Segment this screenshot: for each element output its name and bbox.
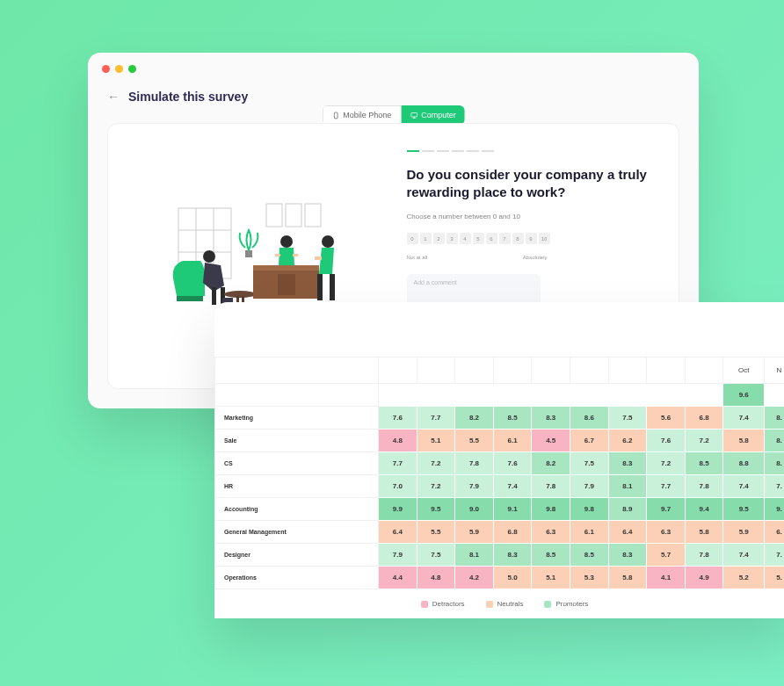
month-header [417, 357, 455, 384]
row-label: HR [215, 475, 379, 498]
scale-button-7[interactable]: 7 [499, 233, 511, 244]
table-row: Accounting9.99.59.09.19.89.88.99.79.49.5… [215, 498, 785, 521]
heatmap-cell: 8. [764, 407, 784, 430]
heatmap-cell: 7.5 [570, 452, 609, 475]
scale-max-label: Absolutely [523, 255, 548, 260]
legend-swatch [486, 601, 493, 608]
month-header: N [764, 357, 784, 384]
mobile-device-button[interactable]: Mobile Phone [322, 105, 401, 125]
heatmap-cell: 8.3 [532, 407, 570, 430]
heatmap-cell: 6.4 [378, 521, 417, 544]
overall-cell [764, 384, 784, 407]
heatmap-cell: 7.9 [570, 475, 609, 498]
overall-cell [570, 384, 609, 407]
overall-cell [532, 384, 570, 407]
heatmap-cell: 8.9 [608, 498, 647, 521]
heatmap-cell: 6.4 [608, 521, 647, 544]
heatmap-cell: 7.8 [685, 544, 723, 567]
heatmap-cell: 5.9 [723, 521, 764, 544]
mobile-icon [331, 112, 339, 119]
heatmap-cell: 5.5 [417, 521, 455, 544]
table-row: Operations4.44.84.25.05.15.35.84.14.95.2… [215, 567, 785, 589]
svg-rect-0 [334, 112, 338, 119]
overall-cell [455, 384, 494, 407]
heatmap-cell: 7.4 [493, 475, 532, 498]
month-header [455, 357, 494, 384]
scale-button-1[interactable]: 1 [420, 233, 432, 244]
close-icon[interactable] [102, 65, 110, 73]
computer-device-button[interactable]: Computer [401, 105, 465, 125]
heatmap-cell: 5.1 [417, 430, 455, 452]
table-row: Designer7.97.58.18.38.58.58.35.77.87.47. [215, 544, 785, 567]
legend-label: Detractors [432, 600, 465, 608]
heatmap-cell: 7. [764, 475, 784, 498]
scale-button-0[interactable]: 0 [407, 233, 418, 244]
heatmap-cell: 8.5 [685, 452, 723, 475]
heatmap-cell: 7.0 [378, 475, 417, 498]
overall-cell [647, 384, 686, 407]
scale-button-10[interactable]: 10 [539, 233, 550, 244]
heatmap-cell: 5.8 [608, 567, 647, 589]
heatmap-cell: 8.6 [570, 407, 609, 430]
heatmap-cell: 9.9 [378, 498, 417, 521]
row-label: Operations [215, 567, 379, 589]
overall-cell [685, 384, 723, 407]
heatmap-cell: 8. [764, 452, 784, 475]
heatmap-cell: 6.3 [647, 521, 686, 544]
heatmap-cell: 4.1 [647, 567, 686, 589]
heatmap-cell: 5. [764, 567, 784, 589]
computer-icon [410, 112, 417, 119]
month-header [608, 357, 647, 384]
month-header [532, 357, 570, 384]
heatmap-cell: 7.8 [685, 475, 723, 498]
heatmap-cell: 7.9 [378, 544, 417, 567]
minimize-icon[interactable] [115, 65, 123, 73]
heatmap-cell: 8.3 [493, 544, 532, 567]
heatmap-cell: 7.7 [647, 475, 686, 498]
back-arrow-icon[interactable]: ← [107, 90, 120, 104]
legend-label: Neutrals [497, 600, 524, 608]
row-label: CS [215, 452, 379, 475]
month-header [378, 357, 417, 384]
heatmap-cell: 8.8 [723, 452, 764, 475]
scale-button-8[interactable]: 8 [512, 233, 524, 244]
heatmap-cell: 6. [764, 521, 784, 544]
heatmap-cell: 9.1 [493, 498, 532, 521]
heatmap-cell: 7.2 [685, 430, 723, 452]
maximize-icon[interactable] [128, 65, 136, 73]
svg-rect-28 [330, 274, 335, 300]
heatmap-cell: 9. [764, 498, 784, 521]
scale-button-4[interactable]: 4 [460, 233, 471, 244]
heatmap-cell: 9.8 [570, 498, 609, 521]
heatmap-cell: 5.8 [723, 430, 764, 452]
scale-button-6[interactable]: 6 [486, 233, 497, 244]
heatmap-cell: 8.1 [455, 544, 494, 567]
svg-rect-24 [275, 254, 280, 256]
heatmap-cell: 5.3 [570, 567, 609, 589]
heatmap-legend: DetractorsNeutralsPromoters [214, 589, 784, 618]
scale-button-2[interactable]: 2 [433, 233, 445, 244]
scale-button-3[interactable]: 3 [446, 233, 458, 244]
row-label: General Management [215, 521, 379, 544]
overall-row-label [215, 384, 379, 407]
heatmap-cell: 6.1 [493, 430, 532, 452]
row-label: Sale [215, 430, 379, 452]
svg-rect-27 [317, 274, 323, 300]
month-header [647, 357, 686, 384]
month-header [685, 357, 723, 384]
svg-rect-11 [305, 204, 321, 227]
svg-rect-25 [293, 254, 298, 256]
svg-rect-14 [212, 287, 216, 305]
heatmap-cell: 7.9 [455, 475, 494, 498]
scale-button-5[interactable]: 5 [473, 233, 484, 244]
heatmap-cell: 6.1 [570, 521, 609, 544]
heatmap-cell: 7.7 [417, 407, 455, 430]
legend-swatch [544, 601, 551, 608]
legend-label: Promoters [555, 600, 588, 608]
heatmap-cell: 7.8 [532, 475, 570, 498]
heatmap-cell: 5.6 [647, 407, 686, 430]
scale-button-9[interactable]: 9 [526, 233, 537, 244]
heatmap-cell: 5.2 [723, 567, 764, 589]
table-row: General Management6.45.55.96.86.36.16.46… [215, 521, 785, 544]
survey-hint: Choose a number between 0 and 10 [407, 213, 653, 220]
